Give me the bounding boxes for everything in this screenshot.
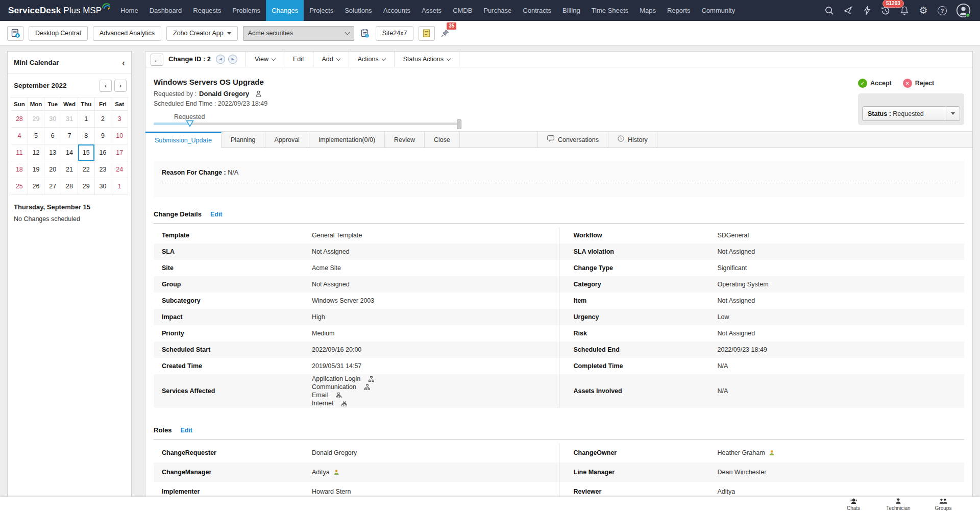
calendar-day[interactable]: 1	[78, 111, 95, 128]
calendar-day[interactable]: 13	[44, 144, 61, 161]
stage-marker-icon[interactable]	[186, 120, 194, 129]
roles-edit-link[interactable]: Edit	[180, 427, 192, 434]
next-record-button[interactable]: ▶	[228, 55, 237, 64]
tab-planning[interactable]: Planning	[222, 132, 265, 148]
announcements-pin-icon[interactable]: 35	[440, 27, 450, 40]
accept-button[interactable]: ✓ Accept	[858, 79, 892, 88]
notes-icon[interactable]	[419, 26, 435, 41]
zoho-creator-app-button[interactable]: Zoho Creator App	[166, 26, 238, 41]
nav-item-community[interactable]: Community	[696, 0, 741, 21]
calendar-day[interactable]: 12	[28, 144, 45, 161]
nav-item-projects[interactable]: Projects	[304, 0, 339, 21]
reminders-icon[interactable]: i	[359, 27, 371, 40]
zia-flash-icon[interactable]	[861, 5, 872, 17]
calendar-day[interactable]: 18	[11, 161, 28, 178]
sitemap-icon[interactable]	[336, 393, 341, 398]
footer-technician-button[interactable]: Technician	[876, 498, 921, 511]
calendar-day[interactable]: 20	[44, 161, 61, 178]
nav-item-problems[interactable]: Problems	[227, 0, 266, 21]
status-caret-icon[interactable]	[946, 107, 960, 120]
calendar-day[interactable]: 9	[95, 128, 112, 144]
tab-history[interactable]: History	[608, 132, 657, 148]
back-button[interactable]: ←	[151, 54, 163, 66]
sitemap-icon[interactable]	[364, 384, 370, 390]
calendar-day[interactable]: 29	[78, 178, 95, 195]
calendar-day[interactable]: 28	[61, 178, 78, 195]
help-icon[interactable]: ?	[937, 5, 948, 17]
calendar-day[interactable]: 8	[78, 128, 95, 144]
nav-item-contracts[interactable]: Contracts	[517, 0, 557, 21]
calendar-day[interactable]: 19	[28, 161, 45, 178]
calendar-day[interactable]: 29	[28, 111, 45, 128]
person-icon[interactable]	[255, 90, 262, 97]
calendar-day[interactable]: 1	[111, 178, 128, 195]
calendar-day[interactable]: 16	[95, 144, 112, 161]
calendar-next-month-button[interactable]: ›	[114, 80, 127, 92]
calendar-day[interactable]: 27	[44, 178, 61, 195]
nav-item-solutions[interactable]: Solutions	[339, 0, 377, 21]
sitemap-icon[interactable]	[341, 401, 347, 406]
notification-bell-icon[interactable]	[899, 5, 910, 17]
sitemap-icon[interactable]	[369, 376, 374, 382]
previous-record-button[interactable]: ◀	[216, 55, 225, 64]
tab-close[interactable]: Close	[425, 132, 460, 148]
calendar-day[interactable]: 31	[61, 111, 78, 128]
footer-groups-button[interactable]: Groups	[921, 498, 966, 511]
tab-implementation-0-0[interactable]: Implementation(0/0)	[309, 132, 385, 148]
advanced-analytics-button[interactable]: Advanced Analytics	[93, 26, 161, 41]
app-logo[interactable]: ServiceDesk Plus MSP	[8, 6, 110, 16]
calendar-day[interactable]: 23	[95, 161, 112, 178]
calendar-day[interactable]: 7	[61, 128, 78, 144]
nav-item-assets[interactable]: Assets	[416, 0, 447, 21]
change-details-edit-link[interactable]: Edit	[210, 211, 223, 218]
tab-review[interactable]: Review	[385, 132, 425, 148]
calendar-day[interactable]: 10	[111, 128, 128, 144]
menu-view[interactable]: View	[246, 52, 284, 67]
calendar-prev-month-button[interactable]: ‹	[100, 80, 112, 92]
menu-add[interactable]: Add	[313, 52, 349, 67]
calendar-day[interactable]: 11	[11, 144, 28, 161]
calendar-day-selected[interactable]: 15	[78, 144, 95, 161]
reject-button[interactable]: × Reject	[903, 79, 935, 88]
user-avatar[interactable]	[955, 5, 971, 17]
calendar-day[interactable]: 30	[44, 111, 61, 128]
nav-item-accounts[interactable]: Accounts	[378, 0, 416, 21]
calendar-day[interactable]: 2	[95, 111, 112, 128]
account-select[interactable]: Acme securities	[243, 26, 354, 41]
nav-item-purchase[interactable]: Purchase	[478, 0, 517, 21]
sync-history-icon[interactable]: 51203	[880, 5, 891, 17]
quick-create-icon[interactable]	[842, 5, 853, 17]
nav-item-billing[interactable]: Billing	[557, 0, 586, 21]
calendar-day[interactable]: 5	[28, 128, 45, 144]
nav-item-changes[interactable]: Changes	[266, 0, 304, 21]
site24x7-button[interactable]: Site24x7	[376, 26, 414, 41]
calendar-day[interactable]: 4	[11, 128, 28, 144]
menu-status-actions[interactable]: Status Actions	[395, 52, 459, 67]
status-dropdown-button[interactable]: Status : Requested	[862, 106, 960, 121]
tab-approval[interactable]: Approval	[265, 132, 309, 148]
nav-item-cmdb[interactable]: CMDB	[447, 0, 478, 21]
menu-edit[interactable]: Edit	[284, 52, 313, 67]
calendar-day[interactable]: 22	[78, 161, 95, 178]
desktop-central-button[interactable]: Desktop Central	[29, 26, 88, 41]
stage-slider-handle[interactable]	[457, 119, 461, 129]
footer-chats-button[interactable]: Chats	[831, 498, 876, 511]
calendar-day[interactable]: 28	[11, 111, 28, 128]
calendar-day[interactable]: 30	[95, 178, 112, 195]
nav-item-home[interactable]: Home	[115, 0, 144, 21]
calendar-day[interactable]: 6	[44, 128, 61, 144]
nav-item-reports[interactable]: Reports	[662, 0, 696, 21]
calendar-day[interactable]: 3	[111, 111, 128, 128]
calendar-day[interactable]: 25	[11, 178, 28, 195]
nav-item-maps[interactable]: Maps	[634, 0, 662, 21]
calendar-day[interactable]: 26	[28, 178, 45, 195]
calendar-day[interactable]: 24	[111, 161, 128, 178]
tab-conversations[interactable]: Conversations	[538, 132, 608, 148]
search-icon[interactable]	[823, 5, 835, 17]
calendar-day[interactable]: 21	[61, 161, 78, 178]
tab-submission-update[interactable]: Submission_Update	[145, 132, 222, 148]
nav-item-requests[interactable]: Requests	[187, 0, 227, 21]
calendar-day[interactable]: 17	[111, 144, 128, 161]
nav-item-dashboard[interactable]: Dashboard	[144, 0, 188, 21]
app-shortcut-icon[interactable]	[7, 26, 23, 41]
